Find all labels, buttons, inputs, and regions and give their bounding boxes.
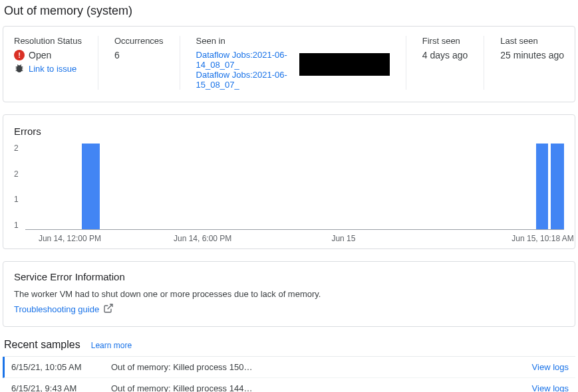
troubleshooting-guide-link[interactable]: Troubleshooting guide — [14, 303, 114, 316]
recent-samples-header: Recent samples Learn more — [4, 339, 575, 351]
plot-area — [25, 144, 564, 230]
errors-chart: 2 2 1 1 — [14, 144, 564, 230]
troubleshooting-guide-label: Troubleshooting guide — [14, 304, 99, 314]
service-info-text: The worker VM had to shut down one or mo… — [14, 289, 564, 299]
chart-bar — [551, 144, 564, 229]
redacted-block — [299, 53, 390, 76]
first-seen-label: First seen — [422, 36, 468, 46]
seen-in-col: Seen in Dataflow Jobs:2021-06-14_08_07_ … — [196, 36, 406, 90]
sample-time: 6/15/21, 10:05 AM — [11, 362, 111, 372]
y-tick: 1 — [14, 195, 19, 204]
link-to-issue[interactable]: Link to issue — [29, 64, 76, 74]
resolution-status-label: Resolution Status — [14, 36, 82, 46]
error-icon: ! — [14, 50, 25, 60]
service-info-panel: Service Error Information The worker VM … — [3, 261, 575, 327]
occurrences-col: Occurrences 6 — [114, 36, 180, 90]
sample-row: 6/15/21, 9:43 AMOut of memory: Killed pr… — [3, 378, 575, 392]
errors-title: Errors — [14, 126, 564, 137]
y-tick: 2 — [14, 169, 19, 179]
y-tick: 2 — [14, 144, 19, 153]
sample-row: 6/15/21, 10:05 AMOut of memory: Killed p… — [3, 357, 575, 378]
sample-time: 6/15/21, 9:43 AM — [11, 383, 111, 392]
x-tick: Jun 14, 12:00 PM — [39, 234, 101, 243]
svg-line-0 — [108, 304, 112, 309]
y-tick: 1 — [14, 221, 19, 230]
page-title: Out of memory (system) — [4, 4, 575, 18]
bug-icon — [14, 63, 25, 74]
service-info-title: Service Error Information — [14, 271, 564, 282]
sample-message: Out of memory: Killed process 144… — [111, 383, 532, 392]
chart-bar — [536, 144, 548, 229]
x-tick: Jun 15, 10:18 AM — [511, 234, 573, 243]
seen-in-label: Seen in — [196, 36, 390, 46]
x-tick: Jun 14, 6:00 PM — [174, 234, 231, 243]
occurrences-label: Occurrences — [114, 36, 164, 46]
learn-more-link[interactable]: Learn more — [91, 341, 132, 350]
sample-message: Out of memory: Killed process 150… — [111, 362, 532, 372]
summary-panel: Resolution Status ! Open Link to issue O… — [3, 26, 575, 102]
view-logs-link[interactable]: View logs — [532, 383, 569, 392]
x-axis: Jun 14, 12:00 PMJun 14, 6:00 PMJun 15Jun… — [33, 230, 564, 242]
errors-panel: Errors 2 2 1 1 Jun 14, 12:00 PMJun 14, 6… — [3, 114, 575, 249]
resolution-status-col: Resolution Status ! Open Link to issue — [14, 36, 98, 90]
y-axis: 2 2 1 1 — [14, 144, 25, 230]
status-value: Open — [29, 50, 51, 60]
chart-bar — [82, 144, 100, 229]
seen-in-link-0[interactable]: Dataflow Jobs:2021-06-14_08_07_ — [196, 50, 287, 70]
seen-in-link-1[interactable]: Dataflow Jobs:2021-06-15_08_07_ — [196, 70, 287, 90]
first-seen-value: 4 days ago — [422, 50, 468, 60]
first-seen-col: First seen 4 days ago — [422, 36, 485, 90]
last-seen-value: 25 minutes ago — [500, 50, 564, 60]
samples-table: 6/15/21, 10:05 AMOut of memory: Killed p… — [3, 356, 575, 392]
external-link-icon — [103, 303, 114, 316]
recent-samples-title: Recent samples — [4, 339, 80, 351]
last-seen-col: Last seen 25 minutes ago — [500, 36, 564, 90]
view-logs-link[interactable]: View logs — [532, 362, 569, 372]
occurrences-value: 6 — [114, 50, 164, 60]
x-tick: Jun 15 — [331, 234, 355, 243]
last-seen-label: Last seen — [500, 36, 564, 46]
